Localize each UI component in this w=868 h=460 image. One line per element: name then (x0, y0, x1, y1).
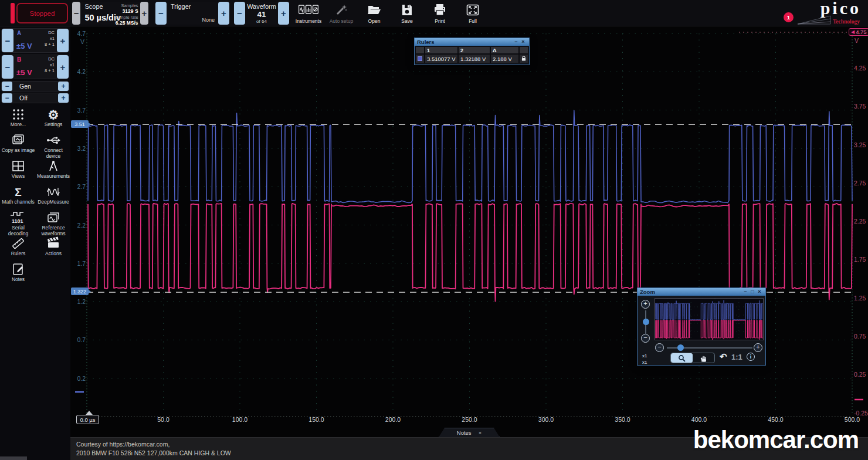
channel-b-decrease-button[interactable]: − (2, 55, 13, 79)
x-axis-label: 500.0 (839, 416, 865, 423)
right-axis-label: 3.75 (854, 103, 868, 110)
sidebar-item-views[interactable]: Views (1, 159, 35, 180)
sidebar-item-reference-waveforms[interactable]: Reference waveforms (36, 211, 70, 237)
generator-row[interactable]: − Gen + (1, 81, 69, 92)
zoom-h-slider-handle[interactable] (677, 344, 684, 351)
trigger-mode[interactable]: None (202, 17, 215, 23)
trigger-decrease-button[interactable]: − (155, 2, 167, 25)
right-axis-unit: V (855, 37, 859, 44)
right-axis-label: 0.75 (854, 333, 868, 340)
zoom-maximize-button[interactable]: □ (749, 288, 756, 296)
sidebar-item-label: Serial decoding (1, 225, 35, 237)
pan-tool-button[interactable] (693, 353, 714, 363)
sidebar-item-serial-decoding[interactable]: 1101Serial decoding (1, 211, 35, 237)
rulers-minimize-button[interactable]: − (513, 38, 520, 46)
open-button[interactable]: Open (360, 1, 388, 26)
waveform-canvas[interactable] (70, 26, 868, 437)
zoom-h-decrease-button[interactable]: − (655, 343, 664, 352)
folder-icon (367, 3, 381, 17)
full-button[interactable]: Full (459, 1, 487, 26)
trigger-time-label[interactable]: 0.0 µs (76, 415, 99, 424)
zoom-tool-toggle (670, 353, 715, 363)
zoom-h-increase-button[interactable]: + (754, 343, 762, 352)
waveform-prev-button[interactable]: − (234, 2, 245, 25)
gen-off-increase-button[interactable]: + (58, 93, 69, 103)
channel-b-increase-button[interactable]: + (57, 55, 69, 79)
sidebar-item-label: Copy as image (1, 148, 35, 154)
gen-label: Gen (12, 82, 58, 91)
zoom-window[interactable]: Zoom − □ × + − − + x1 x1 (637, 288, 766, 366)
instruments-button[interactable]: Instruments (294, 1, 323, 26)
sidebar-item-measurements[interactable]: Measurements (36, 159, 70, 180)
left-axis-label: 4.2 (72, 68, 86, 75)
channel-a-increase-button[interactable]: + (57, 29, 69, 52)
notification-badge[interactable]: 1 (784, 12, 794, 22)
zoom-overview[interactable] (655, 298, 764, 340)
x-axis-label: 450.0 (763, 416, 789, 423)
rulers-window[interactable]: Rulers − × 1 2 Δ 3.510077 V 1.32188 V 2.… (414, 38, 530, 65)
ruler-lock-icon[interactable] (519, 54, 528, 63)
waveform-next-button[interactable]: + (278, 2, 289, 25)
toolbar-action-label: Save (401, 18, 412, 24)
right-axis-label: 3.25 (854, 141, 868, 148)
zoom-ratio-button[interactable]: 1:1 (731, 353, 742, 361)
ruler-icon (1, 236, 35, 251)
sidebar-item-label: Views (1, 174, 35, 180)
scope-panel: − Scope 50 µs/div Samples 3129 S Sample … (72, 2, 148, 25)
notes-tab[interactable]: Notes × (439, 428, 500, 437)
top-toolbar: Stopped − Scope 50 µs/div Samples 3129 S… (0, 0, 868, 26)
rulers-col-2: 2 (458, 46, 490, 54)
plot-area: 4.74.23.73.22.72.21.71.20.70.24.253.753.… (70, 26, 868, 437)
channel-a-panel[interactable]: − A ±5 V DC x1 8 + 1 + (1, 28, 69, 53)
zoom-minimize-button[interactable]: − (742, 288, 749, 296)
scope-increase-button[interactable]: + (140, 2, 148, 25)
waveform-number: 41 (245, 10, 278, 19)
x-axis-label: 250.0 (457, 416, 483, 423)
sidebar-item-rulers[interactable]: Rulers (1, 236, 35, 257)
zoom-tool-button[interactable] (671, 353, 693, 363)
zoom-v-slider-handle[interactable] (643, 319, 649, 325)
sidebar-item-connect-device[interactable]: Connect device (36, 133, 70, 160)
window-corner (0, 456, 27, 460)
sidebar-item-more[interactable]: More... (1, 107, 35, 128)
gen-off-decrease-button[interactable]: − (2, 93, 12, 103)
gen-decrease-button[interactable]: − (2, 82, 12, 91)
rulers-close-button[interactable]: × (520, 38, 527, 46)
sidebar-item-notes[interactable]: Notes (1, 262, 35, 283)
trigger-marker-icon[interactable] (86, 411, 93, 415)
zoom-v-increase-button[interactable]: + (641, 300, 650, 309)
generator-state-row[interactable]: − Off + (1, 93, 69, 103)
gen-increase-button[interactable]: + (58, 82, 69, 91)
right-axis-label: 2.25 (854, 218, 868, 225)
sidebar-item-actions[interactable]: Actions (36, 236, 70, 257)
channel-a-decrease-button[interactable]: − (2, 29, 13, 52)
right-axis-label: 4.25 (854, 65, 868, 72)
sidebar: − A ±5 V DC x1 8 + 1 + − B ±5 V DC x1 (0, 26, 70, 460)
sidebar-item-label: Rulers (1, 251, 35, 257)
print-button[interactable]: Print (426, 1, 454, 26)
save-button[interactable]: Save (393, 1, 421, 26)
channel-b-name: B (17, 56, 21, 63)
sidebar-item-deepmeasure[interactable]: DeepMeasure (36, 185, 70, 205)
undo-zoom-button[interactable]: ↶ (720, 351, 727, 362)
refwave-icon (36, 211, 70, 225)
ruler-tag-2[interactable]: 1.322 (71, 288, 89, 295)
zoom-close-button[interactable]: × (756, 288, 763, 296)
toolbar-action-label: Instruments (296, 18, 321, 24)
channel-b-trace (88, 204, 852, 302)
scope-decrease-button[interactable]: − (72, 2, 80, 25)
sidebar-item-settings[interactable]: ⚙Settings (36, 107, 70, 128)
sigma-icon: Σ (1, 185, 35, 199)
ruler-tag-1[interactable]: 3.51 (71, 120, 89, 128)
toolbar-actions: InstrumentsAuto setupOpenSavePrintFull (294, 1, 487, 26)
toolbar-action-label: Open (368, 18, 381, 24)
channel-b-panel[interactable]: − B ±5 V DC x1 8 + 1 + (1, 55, 69, 79)
sidebar-item-math-channels[interactable]: ΣMath channels (1, 185, 35, 205)
notes-tab-close-icon[interactable]: × (479, 429, 482, 436)
stop-button[interactable]: Stopped (16, 3, 68, 23)
zoom-v-decrease-button[interactable]: − (641, 334, 650, 343)
zoom-info-button[interactable]: i (747, 353, 755, 361)
trigger-increase-button[interactable]: + (218, 2, 229, 25)
sidebar-item-copy-as-image[interactable]: Copy as image (1, 133, 35, 154)
save-icon (400, 3, 414, 17)
